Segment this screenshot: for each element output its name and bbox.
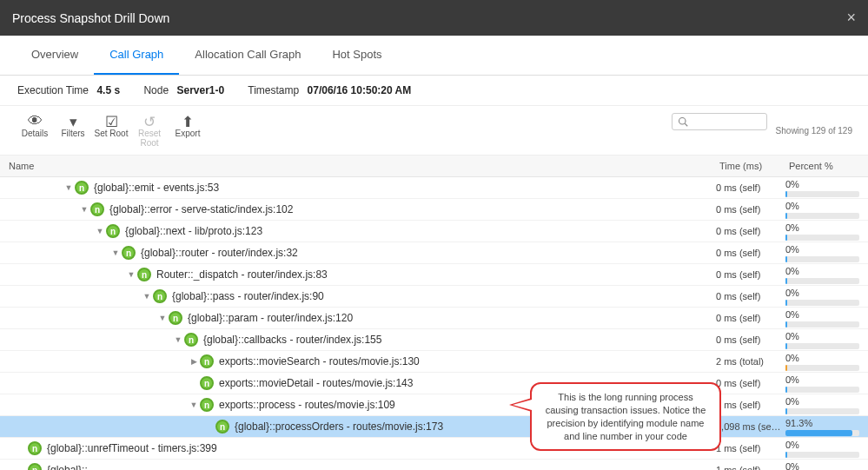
table-row[interactable]: n{global}::unrefTimeout - timers.js:3991… xyxy=(0,438,868,460)
call-label: {global}::pass - router/index.js:90 xyxy=(172,290,324,302)
chevron-down-icon[interactable]: ▼ xyxy=(141,292,153,301)
table-row[interactable]: nexports::movieDetail - routes/movie.js:… xyxy=(0,373,868,394)
table-row[interactable]: n{global}::processOrders - routes/movie.… xyxy=(0,416,868,438)
call-label: {global}:: - xyxy=(47,464,94,470)
chevron-right-icon[interactable]: ▶ xyxy=(188,357,200,366)
call-label: exports::movieDetail - routes/movie.js:1… xyxy=(219,377,413,389)
node-label: Node xyxy=(143,84,169,96)
window-title: Process Snapshot Drill Down xyxy=(12,11,169,25)
chevron-down-icon[interactable]: ▼ xyxy=(94,227,106,235)
node-icon: n xyxy=(75,181,89,195)
call-label: {global}::error - serve-static/index.js:… xyxy=(109,203,293,215)
table-row[interactable]: ▼n{global}::router - router/index.js:320… xyxy=(0,242,868,264)
table-row[interactable]: n{global}:: -1 ms (self)0% xyxy=(0,460,868,470)
time-cell: 0 ms (self) xyxy=(716,269,785,280)
time-cell: 1 ms (self) xyxy=(716,400,785,410)
tab-overview[interactable]: Overview xyxy=(16,36,94,75)
node-icon: n xyxy=(28,463,42,470)
toolbar: 👁Details ▾Filters ☑Set Root ↺Reset Root … xyxy=(0,106,868,156)
call-label: {global}::emit - events.js:53 xyxy=(94,182,219,194)
node-icon: n xyxy=(28,441,42,455)
table-row[interactable]: ▼n{global}::error - serve-static/index.j… xyxy=(0,199,868,221)
annotation-callout: This is the long running process causing… xyxy=(530,382,721,451)
call-label: {global}::processOrders - routes/movie.j… xyxy=(235,420,443,433)
table-row[interactable]: ▼n{global}::emit - events.js:530 ms (sel… xyxy=(0,177,868,199)
table-row[interactable]: ▼n{global}::param - router/index.js:1200… xyxy=(0,308,868,329)
chevron-down-icon[interactable]: ▼ xyxy=(172,335,184,344)
titlebar: Process Snapshot Drill Down × xyxy=(0,0,868,36)
metadata-bar: Execution Time 4.5 s Node Server1-0 Time… xyxy=(0,76,868,106)
filters-button[interactable]: ▾Filters xyxy=(54,113,92,138)
table-row[interactable]: ▼n{global}::next - lib/proto.js:1230 ms … xyxy=(0,221,868,242)
table-row[interactable]: ▼nexports::process - routes/movie.js:109… xyxy=(0,394,868,416)
funnel-icon: ▾ xyxy=(54,113,92,129)
percent-cell: 0% xyxy=(785,288,868,306)
time-cell: 0 ms (self) xyxy=(716,313,785,323)
time-cell: 4,098 ms (se… xyxy=(716,421,785,432)
node-icon: n xyxy=(184,333,198,347)
svg-line-1 xyxy=(685,123,687,126)
close-icon[interactable]: × xyxy=(846,9,856,27)
set-root-button[interactable]: ☑Set Root xyxy=(92,113,130,138)
percent-cell: 0% xyxy=(785,266,868,284)
chevron-down-icon[interactable]: ▼ xyxy=(109,248,122,257)
time-cell: 0 ms (self) xyxy=(716,334,785,345)
node-icon: n xyxy=(90,202,104,216)
eye-icon: 👁 xyxy=(16,113,54,129)
node-icon: n xyxy=(106,224,120,238)
reset-root-button: ↺Reset Root xyxy=(130,113,169,148)
node-value: Server1-0 xyxy=(176,84,224,96)
col-time[interactable]: Time (ms) xyxy=(716,156,785,176)
tab-bar: OverviewCall GraphAllocation Call GraphH… xyxy=(0,36,868,76)
chevron-down-icon[interactable]: ▼ xyxy=(125,270,137,279)
percent-cell: 0% xyxy=(785,331,868,349)
percent-cell: 91.3% xyxy=(785,418,868,436)
tab-allocation-call-graph[interactable]: Allocation Call Graph xyxy=(179,36,316,75)
percent-cell: 0% xyxy=(785,396,868,414)
call-label: {global}::router - router/index.js:32 xyxy=(141,247,298,259)
table-row[interactable]: ▼n{global}::pass - router/index.js:900 m… xyxy=(0,286,868,308)
node-icon: n xyxy=(137,268,151,281)
showing-count: Showing 129 of 129 xyxy=(776,126,852,136)
timestamp-value: 07/06/16 10:50:20 AM xyxy=(308,84,412,96)
exec-time-value: 4.5 s xyxy=(96,84,120,96)
call-label: {global}::next - lib/proto.js:123 xyxy=(125,225,262,237)
time-cell: 0 ms (self) xyxy=(716,226,785,236)
time-cell: 1 ms (self) xyxy=(716,465,785,470)
col-name[interactable]: Name xyxy=(0,156,716,176)
col-percent[interactable]: Percent % xyxy=(785,156,868,176)
table-header: Name Time (ms) Percent % xyxy=(0,156,868,177)
call-label: exports::process - routes/movie.js:109 xyxy=(219,399,395,411)
call-label: exports::movieSearch - routes/movie.js:1… xyxy=(219,355,420,367)
svg-point-0 xyxy=(679,118,686,125)
percent-cell: 0% xyxy=(785,309,868,328)
time-cell: 0 ms (self) xyxy=(716,291,785,301)
table-row[interactable]: ▼nRouter::_dispatch - router/index.js:83… xyxy=(0,264,868,286)
time-cell: 2 ms (total) xyxy=(716,356,785,367)
time-cell: 0 ms (self) xyxy=(716,204,785,215)
percent-cell: 0% xyxy=(785,374,868,393)
export-button[interactable]: ⬆Export xyxy=(169,113,207,138)
node-icon: n xyxy=(200,398,214,412)
percent-cell: 0% xyxy=(785,461,868,471)
call-label: Router::_dispatch - router/index.js:83 xyxy=(156,268,328,281)
tab-call-graph[interactable]: Call Graph xyxy=(94,36,179,75)
chevron-down-icon[interactable]: ▼ xyxy=(156,314,169,322)
table-row[interactable]: ▶nexports::movieSearch - routes/movie.js… xyxy=(0,351,868,373)
chevron-down-icon[interactable]: ▼ xyxy=(63,183,75,192)
percent-cell: 0% xyxy=(785,353,868,371)
node-icon: n xyxy=(122,246,136,260)
search-input[interactable] xyxy=(672,113,767,130)
percent-cell: 0% xyxy=(785,440,868,458)
call-label: {global}::callbacks - router/index.js:15… xyxy=(203,334,381,346)
details-button[interactable]: 👁Details xyxy=(16,113,54,138)
time-cell: 0 ms (self) xyxy=(716,182,785,193)
chevron-down-icon[interactable]: ▼ xyxy=(78,205,90,214)
time-cell: 1 ms (self) xyxy=(716,443,785,453)
node-icon: n xyxy=(200,376,214,390)
chevron-down-icon[interactable]: ▼ xyxy=(188,400,200,409)
table-row[interactable]: ▼n{global}::callbacks - router/index.js:… xyxy=(0,329,868,351)
tab-hot-spots[interactable]: Hot Spots xyxy=(316,36,397,75)
timestamp-label: Timestamp xyxy=(248,84,299,96)
checkbox-icon: ☑ xyxy=(92,113,130,129)
